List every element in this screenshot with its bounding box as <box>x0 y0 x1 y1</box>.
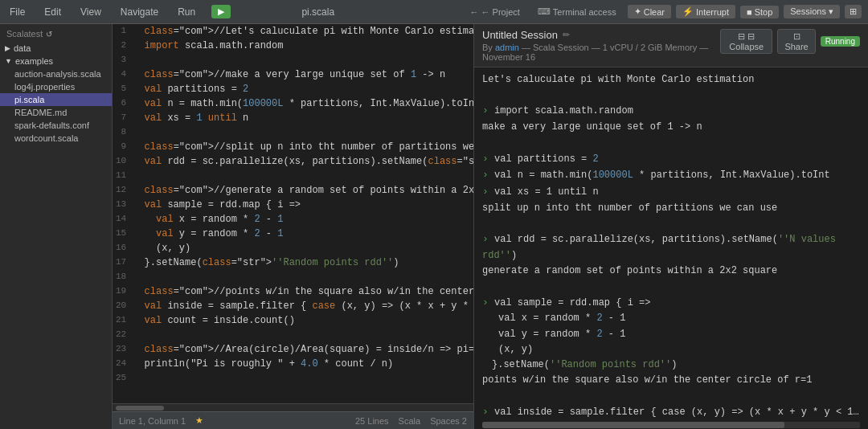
code-row: 17 }.setName(class="str">''Random points… <box>113 255 473 270</box>
grid-button[interactable]: ⊞ <box>845 5 862 18</box>
sidebar-group-examples[interactable]: ▼ examples <box>0 55 112 67</box>
refresh-icon[interactable]: ↺ <box>46 30 52 39</box>
prompt-icon: › <box>482 104 489 116</box>
line-number: 2 <box>113 39 133 53</box>
repl-line: › val xs = 1 until n <box>482 184 860 201</box>
interrupt-button[interactable]: ⚡ Interrupt <box>676 5 735 18</box>
line-number: 17 <box>113 255 133 270</box>
line-count: 25 Lines <box>355 416 389 426</box>
menu-run[interactable]: Run <box>174 5 199 19</box>
repl-line <box>482 216 860 231</box>
line-number: 12 <box>113 183 133 198</box>
menu-edit[interactable]: Edit <box>41 5 64 19</box>
line-number: 1 <box>113 24 133 39</box>
line-number: 25 <box>113 371 133 386</box>
line-number: 4 <box>113 67 133 82</box>
menu-navigate[interactable]: Navigate <box>117 5 162 19</box>
menu-file[interactable]: File <box>6 5 28 19</box>
code-row: 14 val x = random * 2 - 1 <box>113 212 473 227</box>
arrow-icon: ▶ <box>5 44 10 52</box>
sidebar-group-data[interactable]: ▶ data <box>0 42 112 55</box>
line-number: 3 <box>113 53 133 67</box>
sidebar-item-auction[interactable]: auction-analysis.scala <box>0 67 112 80</box>
line-number: 5 <box>113 82 133 96</box>
code-content: val y = random * 2 - 1 <box>133 227 473 241</box>
line-number: 22 <box>113 328 133 342</box>
line-number: 13 <box>113 198 133 212</box>
main-area: Scalatest ↺ ▶ data ▼ examples auction-an… <box>0 24 868 429</box>
language: Scala <box>399 416 421 426</box>
repl-meta: By admin — Scala Session — 1 vCPU / 2 Gi… <box>482 43 720 62</box>
sidebar-brand: Scalatest ↺ <box>0 27 112 42</box>
mini-scrollbar[interactable] <box>482 422 860 428</box>
sidebar: Scalatest ↺ ▶ data ▼ examples auction-an… <box>0 24 113 429</box>
code-content: val sample = rdd.map { i => <box>133 198 473 212</box>
code-content: val count = inside.count() <box>133 313 473 328</box>
code-content <box>133 328 473 342</box>
sidebar-item-readme[interactable]: README.md <box>0 106 112 119</box>
horizontal-scrollbar[interactable] <box>113 403 473 411</box>
prompt-icon: › <box>482 153 489 165</box>
indent-mode: Spaces 2 <box>430 416 467 426</box>
project-icon: ← <box>470 7 479 17</box>
code-content <box>133 53 473 67</box>
repl-admin: admin <box>495 43 519 52</box>
filename: pi.scala <box>301 6 334 18</box>
sidebar-section: ▶ data ▼ examples auction-analysis.scala… <box>0 42 112 145</box>
repl-line: › val sample = rdd.map { i => <box>482 295 860 312</box>
code-row: 22 <box>113 328 473 342</box>
code-content: val inside = sample.filter { case (x, y)… <box>133 299 473 313</box>
prompt-icon: › <box>482 233 489 245</box>
sidebar-item-log4j[interactable]: log4j.properties <box>0 80 112 93</box>
code-content: val n = math.min(100000L * partitions, I… <box>133 96 473 111</box>
code-row: 16 (x, y) <box>113 241 473 255</box>
clear-icon: ✦ <box>634 6 641 17</box>
prompt-icon: › <box>482 169 489 181</box>
share-button[interactable]: ⊡ Share <box>777 29 815 54</box>
sidebar-item-pi[interactable]: pi.scala <box>0 93 112 106</box>
code-row: 19 class="com">//points w/in the square … <box>113 284 473 299</box>
line-number: 19 <box>113 284 133 299</box>
line-number: 14 <box>113 212 133 227</box>
run-button[interactable]: ▶ <box>211 5 231 18</box>
repl-line: › val n = math.min(100000L * partitions,… <box>482 167 860 184</box>
share-icon: ⊡ <box>793 31 800 41</box>
code-content <box>133 169 473 183</box>
repl-output[interactable]: Let's caluculate pi with Monte Carlo est… <box>474 67 868 429</box>
terminal-icon: ⌨ <box>538 6 551 17</box>
clear-button[interactable]: ✦ Clear <box>628 5 671 18</box>
code-content: import scala.math.random <box>133 39 473 53</box>
line-number: 11 <box>113 169 133 183</box>
line-number: 23 <box>113 342 133 357</box>
editor-content[interactable]: 1 class="com">//Let's caluculate pi with… <box>113 24 473 403</box>
code-content <box>133 125 473 140</box>
code-content: println("Pi is roughly " + 4.0 * count /… <box>133 357 473 371</box>
menu-view[interactable]: View <box>77 5 104 19</box>
sessions-button[interactable]: Sessions ▾ <box>784 5 840 18</box>
sidebar-item-wordcount[interactable]: wordcount.scala <box>0 132 112 145</box>
stop-button[interactable]: ■ Stop <box>740 6 779 18</box>
project-button[interactable]: ← ← Project <box>464 6 526 18</box>
line-number: 20 <box>113 299 133 313</box>
sidebar-item-spark[interactable]: spark-defaults.conf <box>0 119 112 132</box>
code-row: 13 val sample = rdd.map { i => <box>113 198 473 212</box>
repl-title: Untitled Session ✏ <box>482 29 720 41</box>
edit-icon[interactable]: ✏ <box>563 30 570 40</box>
code-row: 7 val xs = 1 until n <box>113 111 473 125</box>
code-content: val partitions = 2 <box>133 82 473 96</box>
code-content: }.setName(class="str">''Random points rd… <box>133 255 473 270</box>
scrollbar-thumb[interactable] <box>116 406 164 411</box>
code-content: class="com">//split up n into tht number… <box>133 140 473 154</box>
code-content: val rdd = sc.parallelize(xs, partitions)… <box>133 154 473 169</box>
code-row: 6 val n = math.min(100000L * partitions,… <box>113 96 473 111</box>
stop-icon: ■ <box>747 7 752 17</box>
line-number: 9 <box>113 140 133 154</box>
repl-line: points w/in the square also w/in the cen… <box>482 373 860 388</box>
code-row: 1 class="com">//Let's caluculate pi with… <box>113 24 473 39</box>
repl-line: Let's caluculate pi with Monte Carlo est… <box>482 72 860 88</box>
toolbar-right: ← ← Project ⌨ Terminal access ✦ Clear ⚡ … <box>464 5 862 18</box>
collapse-button[interactable]: ⊟ ⊟ Collapse <box>720 29 772 54</box>
line-number: 6 <box>113 96 133 111</box>
terminal-button[interactable]: ⌨ Terminal access <box>531 5 623 18</box>
code-row: 3 <box>113 53 473 67</box>
